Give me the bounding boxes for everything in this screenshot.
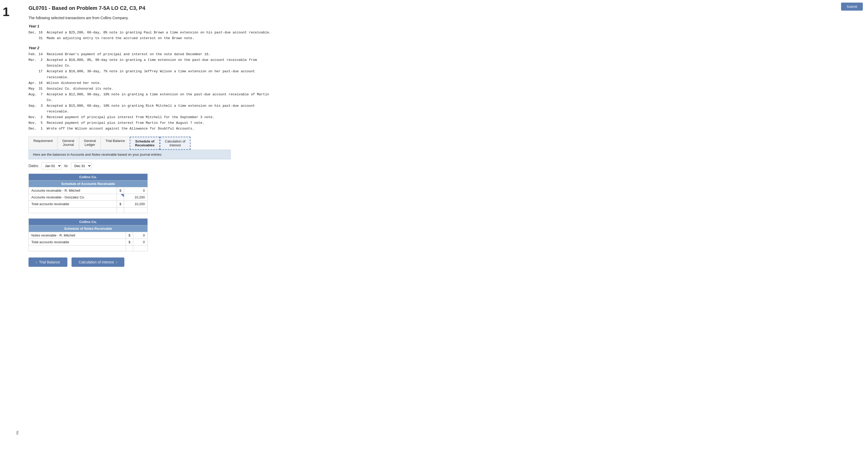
year2-label: Year 2 [29, 46, 860, 50]
ar-mitchell-amount: 0 [124, 187, 148, 194]
table-row-empty [29, 245, 148, 251]
dates-label: Dates: [29, 164, 39, 168]
next-button-label: Calculation of Interest [79, 260, 114, 264]
table-row: Total accounts receivable $ 10,200 [29, 200, 148, 207]
notes-receivable-table: Collins Co. Schedule of Notes Receivable… [29, 218, 148, 251]
table-row: Total accounts receivable $ 0 [29, 239, 148, 245]
intro-text: The following selected transactions are … [29, 16, 860, 20]
prev-button-label: Trial Balance [39, 260, 60, 264]
ar-gonzalez-dollar [117, 194, 124, 200]
next-button[interactable]: Calculation of Interest › [71, 257, 124, 267]
ar-mitchell-dollar: $ [117, 187, 124, 194]
page-number: 1 [0, 0, 16, 466]
prev-arrow-icon: ‹ [36, 260, 37, 264]
tab-trial-balance[interactable]: Trial Balance [101, 137, 130, 150]
ar-total-amount: 10,200 [124, 200, 148, 207]
nr-total-label: Total accounts receivable [29, 239, 126, 245]
nr-mitchell-dollar: $ [126, 232, 133, 239]
ar-total-dollar: $ [117, 200, 124, 207]
tab-calculation-interest[interactable]: Calculation ofInterest [160, 137, 191, 150]
notes-receivable-section: Collins Co. Schedule of Notes Receivable… [29, 218, 148, 251]
year2-transactions: Feb. 14 Received Brown's payment of prin… [29, 52, 860, 132]
date-to-select[interactable]: Dec 31 [71, 162, 92, 169]
next-arrow-icon: › [116, 260, 117, 264]
tab-general-ledger[interactable]: GeneralLedger [79, 137, 101, 150]
tabs-row: Requirement GeneralJournal GeneralLedger… [29, 136, 191, 150]
prev-button[interactable]: ‹ Trial Balance [29, 257, 67, 267]
notes-company-header: Collins Co. [29, 218, 148, 225]
submit-button[interactable]: Submit [841, 3, 863, 11]
tab-requirement[interactable]: Requirement [29, 137, 58, 150]
table-row: Accounts receivable - R. Mitchell $ 0 [29, 187, 148, 194]
date-from-select[interactable]: Jan 01 [41, 162, 62, 169]
ar-gonzalez-label: Accounts receivable - Gonzalez Co. [29, 194, 117, 200]
nav-buttons: ‹ Trial Balance Calculation of Interest … [29, 257, 860, 267]
ar-mitchell-label: Accounts receivable - R. Mitchell [29, 187, 117, 194]
ar-gonzalez-amount: 10,200 [124, 194, 148, 200]
nr-mitchell-label: Notes receivable - R. Mitchell [29, 232, 126, 239]
table-row: Accounts receivable - Gonzalez Co. 10,20… [29, 194, 148, 200]
sidebar-label: nts [16, 0, 26, 466]
main-content: Submit GL0701 - Based on Problem 7-5A LO… [26, 0, 868, 466]
accounts-table-title: Schedule of Accounts Receivable [29, 180, 148, 187]
table-row-empty [29, 207, 148, 213]
problem-title: GL0701 - Based on Problem 7-5A LO C2, C3… [29, 5, 860, 11]
info-bar: Here are the balances in Accounts and No… [29, 150, 230, 159]
notes-table-title: Schedule of Notes Receivable [29, 225, 148, 232]
nr-total-amount: 0 [133, 239, 148, 245]
dates-to-label: to: [64, 164, 68, 168]
nr-total-dollar: $ [126, 239, 133, 245]
nr-mitchell-amount: 0 [133, 232, 148, 239]
ar-total-label: Total accounts receivable [29, 200, 117, 207]
year1-transactions: Dec. 16 Accepted a $25,200, 60-day, 8% n… [29, 30, 860, 41]
table-row: Notes receivable - R. Mitchell $ 0 [29, 232, 148, 239]
accounts-receivable-section: Collins Co. Schedule of Accounts Receiva… [29, 174, 148, 213]
corner-flag [121, 194, 124, 197]
year1-label: Year 1 [29, 24, 860, 28]
tab-general-journal[interactable]: GeneralJournal [58, 137, 79, 150]
dates-row: Dates: Jan 01 to: Dec 31 [29, 162, 860, 169]
accounts-company-header: Collins Co. [29, 174, 148, 180]
tab-schedule-receivables[interactable]: Schedule ofReceivables [130, 137, 160, 150]
accounts-receivable-table: Collins Co. Schedule of Accounts Receiva… [29, 174, 148, 213]
